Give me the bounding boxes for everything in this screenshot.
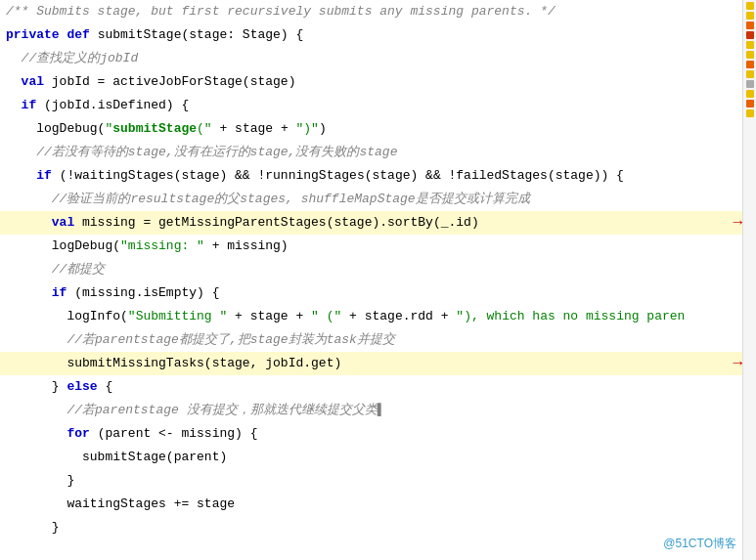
code-line-4: val jobId = activeJobForStage(stage)	[0, 70, 742, 94]
line-text-21: }	[6, 470, 742, 492]
sidebar-mark-7	[746, 61, 754, 68]
watermark: @51CTO博客	[663, 536, 736, 552]
line-text-4: val jobId = activeJobForStage(stage)	[6, 71, 742, 93]
line-text-11: logDebug("missing: " + missing)	[6, 236, 742, 257]
sidebar-mark-5	[746, 41, 754, 49]
code-line-14: logInfo("Submitting " + stage + " (" + s…	[0, 305, 742, 328]
code-line-9: //验证当前的resultstage的父stages, shuffleMapSt…	[0, 188, 742, 211]
code-line-10: val missing = getMissingParentStages(sta…	[0, 211, 742, 235]
sidebar-mark-6	[746, 51, 754, 59]
code-line-15: //若parentstage都提交了,把stage封装为task并提交	[0, 328, 742, 352]
sidebar-mark-3	[746, 22, 754, 29]
code-line-11: logDebug("missing: " + missing)	[0, 235, 742, 258]
line-text-14: logInfo("Submitting " + stage + " (" + s…	[6, 306, 742, 327]
sidebar-mark-10	[746, 90, 754, 98]
line-text-12: //都提交	[6, 259, 742, 280]
code-line-17: } else {	[0, 375, 742, 399]
line-text-23: }	[6, 517, 742, 538]
sidebar-mark-2	[746, 12, 754, 20]
arrow-icon-16: →	[733, 353, 742, 374]
line-text-3: //查找定义的jobId	[6, 48, 742, 69]
code-line-21: }	[0, 469, 742, 493]
code-line-20: submitStage(parent)	[0, 446, 742, 469]
arrow-icon-10: →	[733, 212, 742, 234]
sidebar-mark-12	[746, 109, 754, 117]
line-text-13: if (missing.isEmpty) {	[6, 282, 742, 304]
code-editor: /** Submits stage, but first recursively…	[0, 0, 756, 560]
line-text-15: //若parentstage都提交了,把stage封装为task并提交	[6, 329, 742, 351]
line-text-5: if (jobId.isDefined) {	[6, 95, 742, 116]
line-text-6: logDebug("submitStage(" + stage + ")")	[6, 118, 742, 140]
code-line-3: //查找定义的jobId	[0, 47, 742, 70]
sidebar-mark-11	[746, 100, 754, 108]
sidebar-mark-9	[746, 80, 754, 88]
code-line-2: private def submitStage(stage: Stage) {	[0, 23, 742, 47]
code-line-12: //都提交	[0, 258, 742, 281]
line-text-8: if (!waitingStages(stage) && !runningSta…	[6, 165, 742, 187]
line-text-19: for (parent <- missing) {	[6, 423, 742, 445]
sidebar-mark-1	[746, 2, 754, 10]
line-text-18: //若parentstage 没有提交，那就迭代继续提交父类▌	[6, 400, 742, 421]
line-text-20: submitStage(parent)	[6, 447, 742, 468]
code-line-7: //若没有等待的stage,没有在运行的stage,没有失败的stage	[0, 141, 742, 164]
line-text-1: /** Submits stage, but first recursively…	[6, 1, 742, 22]
right-sidebar	[742, 0, 756, 560]
code-line-19: for (parent <- missing) {	[0, 422, 742, 446]
code-container: /** Submits stage, but first recursively…	[0, 0, 742, 560]
line-text-9: //验证当前的resultstage的父stages, shuffleMapSt…	[6, 189, 742, 210]
code-line-23: }	[0, 516, 742, 539]
line-text-2: private def submitStage(stage: Stage) {	[6, 24, 742, 46]
line-text-7: //若没有等待的stage,没有在运行的stage,没有失败的stage	[6, 142, 742, 163]
code-line-8: if (!waitingStages(stage) && !runningSta…	[0, 164, 742, 188]
code-line-16: submitMissingTasks(stage, jobId.get) →	[0, 352, 742, 375]
code-line-13: if (missing.isEmpty) {	[0, 281, 742, 305]
code-line-22: waitingStages += stage	[0, 493, 742, 516]
line-text-16: submitMissingTasks(stage, jobId.get)	[6, 353, 729, 374]
line-text-10: val missing = getMissingParentStages(sta…	[6, 212, 729, 234]
sidebar-mark-8	[746, 70, 754, 78]
line-text-17: } else {	[6, 376, 742, 398]
code-line-6: logDebug("submitStage(" + stage + ")")	[0, 117, 742, 141]
sidebar-mark-4	[746, 31, 754, 39]
code-line-18: //若parentstage 没有提交，那就迭代继续提交父类▌	[0, 399, 742, 422]
line-text-22: waitingStages += stage	[6, 494, 742, 515]
code-line-5: if (jobId.isDefined) {	[0, 94, 742, 117]
code-line-1: /** Submits stage, but first recursively…	[0, 0, 742, 23]
